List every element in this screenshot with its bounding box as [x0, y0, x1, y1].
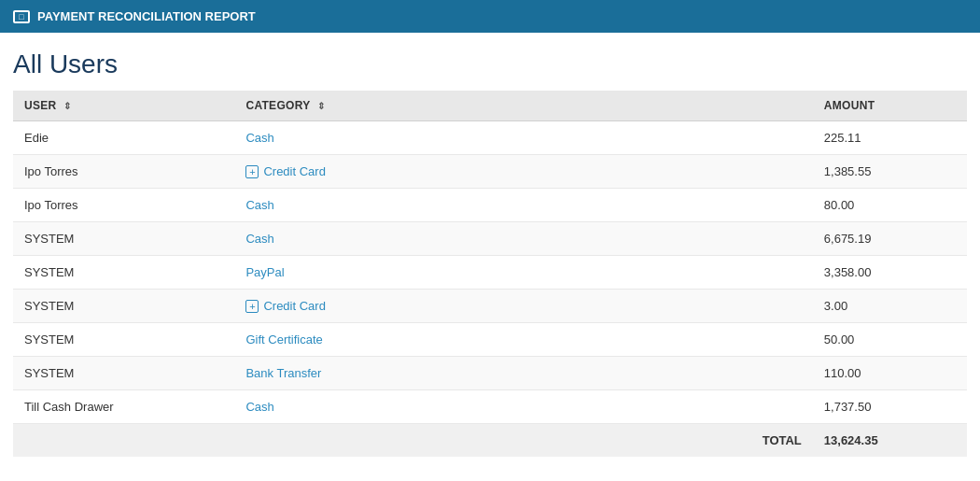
- amount-cell: 1,737.50: [813, 390, 967, 424]
- category-column-header[interactable]: CATEGORY ⇕: [234, 91, 812, 121]
- table-row: SYSTEMPayPal3,358.00: [13, 256, 967, 290]
- category-cell: PayPal: [234, 256, 812, 290]
- user-column-header[interactable]: USER ⇕: [13, 91, 234, 121]
- user-cell: Ipo Torres: [13, 155, 234, 189]
- table-row: SYSTEM+Credit Card3.00: [13, 290, 967, 323]
- user-cell: SYSTEM: [13, 357, 234, 390]
- user-cell: SYSTEM: [13, 256, 234, 290]
- amount-cell: 50.00: [813, 323, 967, 357]
- user-cell: SYSTEM: [13, 222, 234, 256]
- user-cell: Till Cash Drawer: [13, 390, 234, 424]
- category-cell: Cash: [234, 189, 812, 222]
- reconciliation-table: USER ⇕ CATEGORY ⇕ AMOUNT EdieCash225.11I…: [13, 91, 967, 457]
- table-row: Ipo TorresCash80.00: [13, 189, 967, 222]
- expand-icon[interactable]: +: [245, 300, 259, 313]
- category-text: Bank Transfer: [245, 366, 321, 380]
- user-cell: SYSTEM: [13, 290, 234, 323]
- category-sort-icon: ⇕: [317, 101, 325, 111]
- header: □ PAYMENT RECONCILIATION REPORT: [0, 0, 980, 33]
- total-amount: 13,624.35: [813, 424, 967, 458]
- category-cell: +Credit Card: [234, 155, 812, 189]
- category-cell: Cash: [234, 390, 812, 424]
- amount-column-header: AMOUNT: [813, 91, 967, 121]
- category-link[interactable]: Cash: [245, 198, 801, 212]
- table-footer: TOTAL 13,624.35: [13, 424, 967, 458]
- table-row: Till Cash DrawerCash1,737.50: [13, 390, 967, 424]
- category-link[interactable]: +Credit Card: [245, 164, 801, 178]
- category-cell: Bank Transfer: [234, 357, 812, 390]
- amount-cell: 3.00: [813, 290, 967, 323]
- category-text: Credit Card: [263, 299, 325, 313]
- category-link[interactable]: Gift Certificate: [245, 332, 801, 347]
- category-cell: Cash: [234, 222, 812, 256]
- category-text: PayPal: [245, 265, 284, 279]
- category-cell: Cash: [234, 121, 812, 155]
- amount-cell: 225.11: [813, 121, 967, 155]
- table-row: SYSTEMCash6,675.19: [13, 222, 967, 256]
- table-row: SYSTEMBank Transfer110.00: [13, 357, 967, 390]
- table-row: SYSTEMGift Certificate50.00: [13, 323, 967, 357]
- user-cell: Edie: [13, 121, 234, 155]
- table-header: USER ⇕ CATEGORY ⇕ AMOUNT: [13, 91, 967, 121]
- category-text: Cash: [245, 232, 273, 246]
- category-link[interactable]: +Credit Card: [245, 299, 801, 313]
- page-title: All Users: [0, 33, 980, 91]
- report-icon: □: [13, 10, 30, 23]
- category-text: Cash: [245, 131, 273, 145]
- amount-cell: 6,675.19: [813, 222, 967, 256]
- user-cell: SYSTEM: [13, 323, 234, 357]
- category-cell: Gift Certificate: [234, 323, 812, 357]
- footer-empty-user: [13, 424, 234, 458]
- category-link[interactable]: Bank Transfer: [245, 366, 801, 380]
- table-container: USER ⇕ CATEGORY ⇕ AMOUNT EdieCash225.11I…: [0, 91, 980, 457]
- category-text: Cash: [245, 198, 273, 212]
- category-link[interactable]: Cash: [245, 131, 801, 145]
- table-body: EdieCash225.11Ipo Torres+Credit Card1,38…: [13, 121, 967, 424]
- category-cell: +Credit Card: [234, 290, 812, 323]
- table-row: EdieCash225.11: [13, 121, 967, 155]
- category-link[interactable]: Cash: [245, 400, 801, 414]
- amount-cell: 80.00: [813, 189, 967, 222]
- amount-cell: 110.00: [813, 357, 967, 390]
- category-text: Credit Card: [263, 164, 325, 178]
- user-sort-icon: ⇕: [63, 101, 71, 111]
- user-cell: Ipo Torres: [13, 189, 234, 222]
- expand-icon[interactable]: +: [245, 165, 259, 178]
- category-link[interactable]: PayPal: [245, 265, 801, 279]
- amount-cell: 3,358.00: [813, 256, 967, 290]
- amount-cell: 1,385.55: [813, 155, 967, 189]
- category-link[interactable]: Cash: [245, 232, 801, 246]
- category-text: Gift Certificate: [245, 332, 322, 347]
- header-title: PAYMENT RECONCILIATION REPORT: [37, 9, 256, 23]
- total-label: TOTAL: [234, 424, 812, 458]
- category-text: Cash: [245, 400, 273, 414]
- table-row: Ipo Torres+Credit Card1,385.55: [13, 155, 967, 189]
